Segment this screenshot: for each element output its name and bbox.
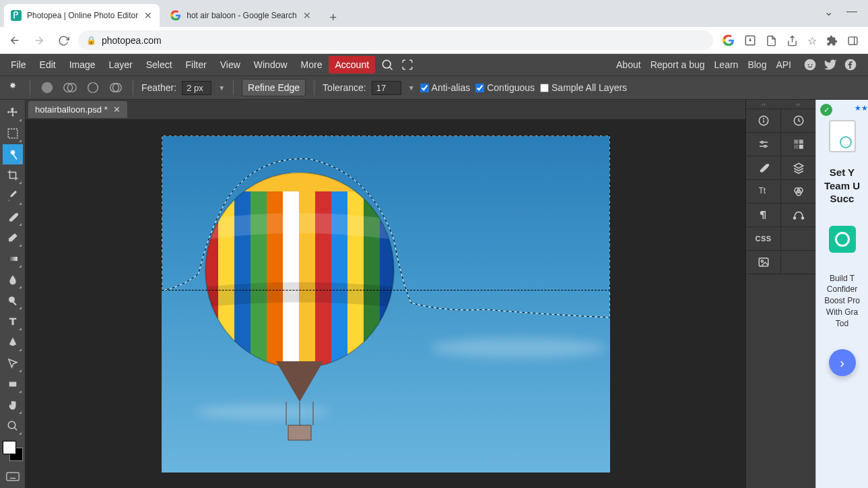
image-panel-icon[interactable] — [746, 251, 780, 274]
install-icon[interactable] — [744, 34, 756, 47]
menu-filter[interactable]: Filter — [179, 55, 213, 74]
account-button[interactable]: Account — [329, 56, 375, 73]
twitter-icon[interactable] — [824, 58, 837, 71]
brush-tool[interactable] — [3, 207, 23, 227]
close-icon[interactable]: ✕ — [113, 104, 121, 115]
sample-all-checkbox[interactable]: Sample All Layers — [540, 82, 627, 93]
share-icon[interactable] — [787, 35, 798, 47]
pen-tool[interactable] — [3, 332, 23, 353]
history-panel-icon[interactable] — [780, 109, 815, 132]
paths-panel-icon[interactable] — [780, 204, 815, 226]
marquee-tool[interactable] — [3, 123, 23, 144]
panel-icon[interactable] — [847, 35, 859, 47]
feather-dropdown-icon[interactable]: ▼ — [218, 84, 225, 92]
paragraph-panel-icon[interactable] — [746, 204, 780, 226]
character-panel-icon[interactable]: Tt — [746, 180, 780, 203]
canvas-area[interactable] — [26, 120, 745, 488]
menu-edit[interactable]: Edit — [33, 55, 63, 74]
reddit-icon[interactable] — [803, 58, 817, 71]
photopea-favicon-icon — [11, 10, 22, 21]
magic-wand-tool[interactable] — [3, 144, 23, 164]
close-icon[interactable]: ✕ — [143, 11, 153, 20]
panel-collapse-icon[interactable]: ‹› — [796, 101, 800, 108]
zoom-tool[interactable] — [3, 416, 23, 436]
eyedropper-tool[interactable] — [3, 186, 23, 206]
ad-cta-button[interactable]: › — [829, 349, 856, 376]
tolerance-input[interactable] — [372, 81, 401, 95]
link-learn[interactable]: Learn — [714, 59, 739, 70]
svg-point-20 — [9, 297, 15, 303]
reload-button[interactable] — [54, 31, 73, 50]
close-icon[interactable]: ✕ — [302, 11, 312, 20]
document-tab[interactable]: hotairballoon.psd * ✕ — [28, 101, 127, 118]
selection-new-icon[interactable] — [38, 79, 56, 96]
channels-panel-icon[interactable] — [780, 180, 815, 203]
tab-google[interactable]: hot air baloon - Google Search ✕ — [164, 4, 318, 27]
svg-point-10 — [42, 82, 53, 94]
blur-tool[interactable] — [3, 270, 23, 290]
svg-point-70 — [761, 260, 763, 262]
keyboard-icon[interactable] — [3, 466, 23, 487]
gradient-tool[interactable] — [3, 249, 23, 269]
swatches-panel-icon[interactable] — [780, 133, 815, 156]
svg-rect-22 — [9, 382, 16, 387]
extensions-icon[interactable] — [826, 35, 838, 47]
url-field[interactable]: 🔒 photopea.com — [78, 30, 713, 51]
contiguous-checkbox[interactable]: Contiguous — [475, 82, 535, 93]
back-button[interactable] — [5, 31, 24, 50]
crop-tool[interactable] — [3, 165, 23, 185]
svg-point-57 — [761, 142, 763, 144]
feather-input[interactable] — [182, 81, 211, 95]
menu-more[interactable]: More — [294, 55, 329, 74]
file-icon[interactable] — [766, 35, 777, 47]
rectangle-tool[interactable] — [3, 374, 23, 394]
tool-wand-icon[interactable] — [4, 79, 22, 96]
google-icon[interactable] — [723, 34, 735, 47]
link-blog[interactable]: Blog — [747, 59, 766, 70]
panel-collapse-icon[interactable]: ‹› — [762, 101, 766, 108]
path-tool[interactable] — [3, 353, 23, 373]
canvas[interactable] — [162, 135, 610, 472]
color-swatches[interactable] — [3, 441, 23, 461]
refine-edge-button[interactable]: Refine Edge — [242, 79, 306, 96]
chevron-down-icon[interactable]: ⌄ — [824, 5, 833, 18]
dodge-tool[interactable] — [3, 291, 23, 311]
facebook-icon[interactable] — [844, 58, 857, 71]
menu-layer[interactable]: Layer — [102, 55, 139, 74]
selection-add-icon[interactable] — [61, 79, 79, 96]
info-panel-icon[interactable] — [746, 109, 780, 132]
search-icon[interactable] — [379, 57, 395, 73]
svg-line-24 — [14, 427, 17, 430]
selection-intersect-icon[interactable] — [107, 79, 125, 96]
star-icon[interactable]: ☆ — [807, 34, 817, 47]
new-tab-button[interactable]: + — [324, 8, 343, 27]
hand-tool[interactable] — [3, 395, 23, 415]
forward-button[interactable] — [30, 31, 48, 50]
link-about[interactable]: About — [616, 59, 641, 70]
type-tool[interactable] — [3, 311, 23, 332]
tab-photopea[interactable]: Photopea | Online Photo Editor ✕ — [4, 4, 160, 27]
layers-panel-icon[interactable] — [780, 156, 815, 179]
fullscreen-icon[interactable] — [399, 57, 415, 73]
minimize-icon[interactable]: — — [846, 5, 857, 18]
link-api[interactable]: API — [776, 59, 791, 70]
tolerance-dropdown-icon[interactable]: ▼ — [408, 84, 415, 92]
link-report[interactable]: Report a bug — [650, 59, 705, 70]
menu-image[interactable]: Image — [63, 55, 102, 74]
brush-panel-icon[interactable] — [746, 156, 780, 179]
eraser-tool[interactable] — [3, 228, 23, 248]
menu-view[interactable]: View — [213, 55, 247, 74]
right-panels: ‹›‹› Tt CSS — [745, 100, 815, 488]
selection-subtract-icon[interactable] — [84, 79, 102, 96]
svg-rect-61 — [794, 145, 798, 149]
css-panel-icon[interactable]: CSS — [746, 227, 780, 250]
move-tool[interactable] — [3, 102, 23, 123]
foreground-color-swatch[interactable] — [3, 441, 16, 454]
adjustments-panel-icon[interactable] — [746, 133, 780, 156]
menu-select[interactable]: Select — [139, 55, 179, 74]
menu-window[interactable]: Window — [247, 55, 294, 74]
ad-check-icon: ✓ — [820, 104, 832, 116]
antialias-checkbox[interactable]: Anti-alias — [420, 82, 471, 93]
menu-file[interactable]: File — [4, 55, 33, 74]
document-tab-label: hotairballoon.psd * — [35, 104, 108, 115]
